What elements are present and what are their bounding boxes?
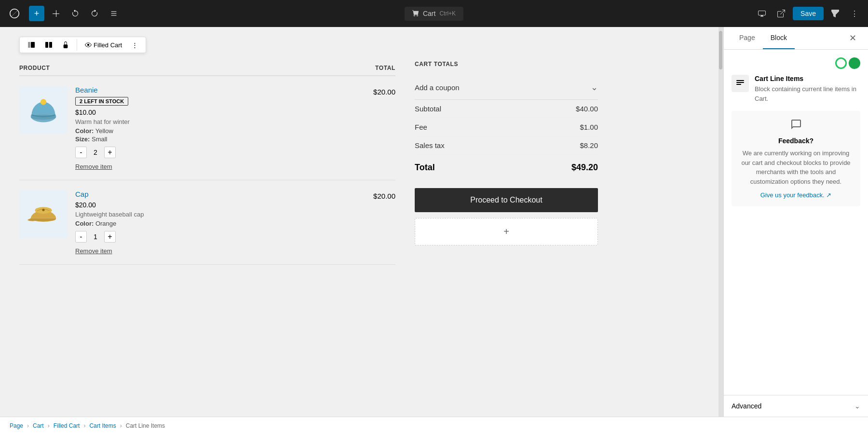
block-icon: [732, 75, 749, 92]
more-options-toolbar-button[interactable]: ⋮: [847, 6, 862, 21]
svg-rect-0: [28, 42, 30, 48]
sidebar-content: Cart Line Items Block containing current…: [724, 50, 868, 387]
wp-logo[interactable]: [6, 5, 23, 22]
breadcrumb-sep-4: ›: [120, 422, 122, 429]
sales-tax-label: Sales tax: [415, 141, 445, 149]
svg-rect-3: [49, 42, 52, 48]
cart-content: PRODUCT TOTAL: [19, 61, 598, 265]
cap-total: $20.00: [373, 190, 395, 200]
status-ring-indicator: [835, 57, 847, 69]
fee-label: Fee: [415, 123, 427, 131]
total-header: TOTAL: [375, 65, 395, 71]
scroll-thumb[interactable]: [719, 31, 722, 69]
beanie-remove-link[interactable]: Remove item: [75, 163, 112, 170]
cart-icon: [412, 10, 419, 18]
cart-totals-title: CART TOTALS: [415, 61, 598, 68]
cap-details: Cap $20.00 Lightweight baseball cap Colo…: [75, 190, 366, 255]
statusbar: Page › Cart › Filled Cart › Cart Items ›…: [0, 417, 868, 434]
subtotal-value: $40.00: [576, 105, 598, 113]
tools-button[interactable]: [48, 6, 64, 21]
sidebar-tabs: Page Block ✕: [724, 27, 868, 50]
advanced-section: Advanced ⌄: [724, 395, 868, 417]
add-block-toolbar-button[interactable]: +: [29, 6, 44, 21]
beanie-name-link[interactable]: Beanie: [75, 86, 366, 94]
breadcrumb-page[interactable]: Page: [10, 422, 23, 429]
beanie-qty-decrease[interactable]: -: [75, 147, 87, 158]
view-toggle-button[interactable]: Filled Cart: [81, 40, 126, 51]
feedback-link[interactable]: Give us your feedback. ↗: [760, 191, 832, 199]
block-title: Cart Line Items: [755, 75, 860, 82]
cart-items-section: PRODUCT TOTAL: [19, 61, 395, 265]
svg-rect-10: [736, 82, 744, 83]
fee-row: Fee $1.00: [415, 118, 598, 136]
add-block-button[interactable]: +: [415, 218, 598, 245]
sales-tax-value: $8.20: [580, 141, 598, 149]
advanced-header[interactable]: Advanced ⌄: [724, 395, 868, 417]
cap-qty-value: 1: [91, 233, 100, 241]
lock-button[interactable]: [58, 40, 73, 50]
breadcrumb-sep-3: ›: [83, 422, 85, 429]
subtotal-label: Subtotal: [415, 105, 441, 113]
sidebar-toggle-button[interactable]: [24, 39, 39, 51]
cap-name-link[interactable]: Cap: [75, 190, 366, 198]
cap-remove-link[interactable]: Remove item: [75, 247, 112, 255]
shortcut-label: Ctrl+K: [439, 10, 456, 17]
desktop-view-button[interactable]: [754, 6, 770, 21]
main-layout: Filled Cart ⋮ PRODUCT TOTAL: [0, 27, 868, 417]
stock-badge: 2 LEFT IN STOCK: [75, 97, 128, 106]
product-header: PRODUCT: [19, 65, 50, 71]
table-row: Beanie 2 LEFT IN STOCK $10.00 Warm hat f…: [19, 76, 395, 180]
page-title: Cart: [423, 10, 435, 17]
redo-button[interactable]: [87, 6, 102, 21]
toolbar: + Cart Ctrl+K Save ⋮: [0, 0, 868, 27]
beanie-description: Warm hat for winter: [75, 118, 366, 125]
total-label: Total: [415, 163, 435, 173]
beanie-qty-increase[interactable]: +: [104, 147, 116, 158]
cart-table-header: PRODUCT TOTAL: [19, 61, 395, 76]
advanced-label: Advanced: [732, 402, 761, 410]
save-button[interactable]: Save: [793, 7, 824, 20]
tab-block[interactable]: Block: [763, 27, 795, 49]
undo-button[interactable]: [68, 6, 83, 21]
total-value: $49.20: [571, 163, 598, 173]
status-indicators: [732, 57, 860, 69]
columns-button[interactable]: [41, 39, 56, 51]
cap-description: Lightweight baseball cap: [75, 211, 366, 218]
canvas-area: Filled Cart ⋮ PRODUCT TOTAL: [0, 27, 719, 417]
external-link-button[interactable]: [773, 6, 789, 21]
cap-quantity-control: - 1 +: [75, 231, 366, 243]
beanie-image: [19, 86, 68, 134]
toolbar-divider: [77, 39, 77, 51]
tab-page[interactable]: Page: [732, 27, 763, 49]
scrollbar[interactable]: [719, 27, 723, 417]
settings-toggle-button[interactable]: [827, 6, 843, 21]
cap-image: [19, 190, 68, 238]
cap-qty-increase[interactable]: +: [104, 231, 116, 243]
breadcrumb-sep-1: ›: [27, 422, 29, 429]
breadcrumb-cart-line-items: Cart Line Items: [126, 422, 165, 429]
beanie-details: Beanie 2 LEFT IN STOCK $10.00 Warm hat f…: [75, 86, 366, 170]
svg-point-8: [42, 209, 44, 211]
page-title-center[interactable]: Cart Ctrl+K: [405, 7, 463, 21]
breadcrumb-cart[interactable]: Cart: [33, 422, 44, 429]
coupon-label: Add a coupon: [415, 83, 460, 92]
checkout-button[interactable]: Proceed to Checkout: [415, 188, 598, 212]
beanie-price: $10.00: [75, 108, 366, 116]
svg-rect-9: [736, 80, 744, 81]
sales-tax-row: Sales tax $8.20: [415, 136, 598, 155]
more-block-options-button[interactable]: ⋮: [128, 40, 142, 51]
svg-rect-1: [31, 42, 35, 48]
breadcrumb-filled-cart[interactable]: Filled Cart: [54, 422, 80, 429]
cart-totals-section: CART TOTALS Add a coupon ⌄ Subtotal $40.…: [415, 61, 598, 265]
cap-price: $20.00: [75, 201, 366, 209]
beanie-color: Color: Yellow: [75, 127, 366, 135]
breadcrumb-cart-items[interactable]: Cart Items: [89, 422, 116, 429]
cap-qty-decrease[interactable]: -: [75, 231, 87, 243]
coupon-chevron-icon: ⌄: [591, 82, 598, 93]
svg-point-5: [41, 99, 46, 105]
close-sidebar-button[interactable]: ✕: [845, 27, 860, 49]
block-info: Cart Line Items Block containing current…: [732, 75, 860, 103]
coupon-row[interactable]: Add a coupon ⌄: [415, 75, 598, 100]
hamburger-menu-button[interactable]: [106, 6, 122, 21]
feedback-icon: [739, 119, 853, 133]
